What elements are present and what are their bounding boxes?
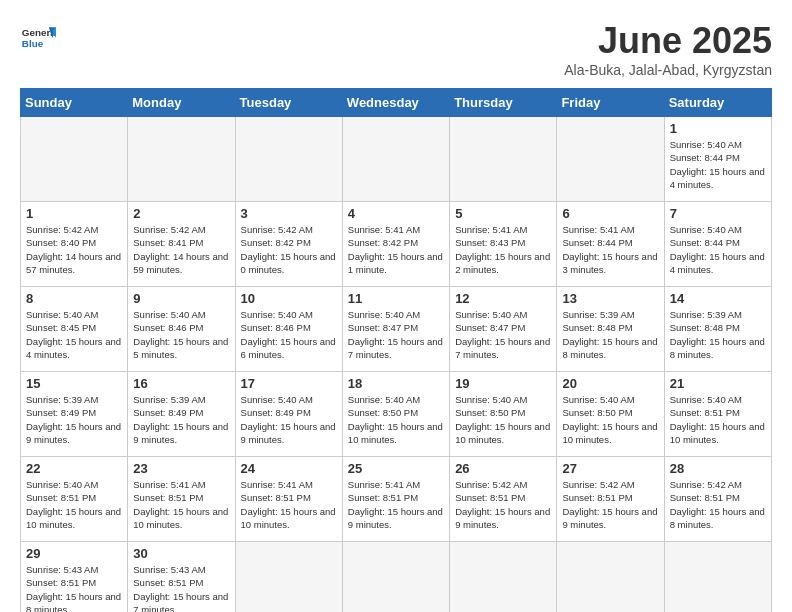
day-number: 12 xyxy=(455,291,551,306)
day-number: 27 xyxy=(562,461,658,476)
day-info: Sunrise: 5:40 AM Sunset: 8:50 PM Dayligh… xyxy=(348,393,444,446)
day-number: 26 xyxy=(455,461,551,476)
day-number: 29 xyxy=(26,546,122,561)
location-title: Ala-Buka, Jalal-Abad, Kyrgyzstan xyxy=(564,62,772,78)
calendar-cell xyxy=(450,117,557,202)
calendar-cell: 16Sunrise: 5:39 AM Sunset: 8:49 PM Dayli… xyxy=(128,372,235,457)
title-area: June 2025 Ala-Buka, Jalal-Abad, Kyrgyzst… xyxy=(564,20,772,78)
day-number: 4 xyxy=(348,206,444,221)
calendar-cell: 27Sunrise: 5:42 AM Sunset: 8:51 PM Dayli… xyxy=(557,457,664,542)
calendar-cell: 14Sunrise: 5:39 AM Sunset: 8:48 PM Dayli… xyxy=(664,287,771,372)
logo-icon: General Blue xyxy=(20,20,56,56)
calendar-cell: 13Sunrise: 5:39 AM Sunset: 8:48 PM Dayli… xyxy=(557,287,664,372)
logo: General Blue xyxy=(20,20,56,56)
day-number: 22 xyxy=(26,461,122,476)
day-info: Sunrise: 5:41 AM Sunset: 8:44 PM Dayligh… xyxy=(562,223,658,276)
day-header-tuesday: Tuesday xyxy=(235,89,342,117)
days-header-row: SundayMondayTuesdayWednesdayThursdayFrid… xyxy=(21,89,772,117)
calendar-cell: 11Sunrise: 5:40 AM Sunset: 8:47 PM Dayli… xyxy=(342,287,449,372)
calendar-cell xyxy=(557,542,664,613)
day-number: 8 xyxy=(26,291,122,306)
calendar-cell: 8Sunrise: 5:40 AM Sunset: 8:45 PM Daylig… xyxy=(21,287,128,372)
calendar-cell xyxy=(342,117,449,202)
day-number: 14 xyxy=(670,291,766,306)
day-number: 17 xyxy=(241,376,337,391)
calendar-cell xyxy=(557,117,664,202)
day-info: Sunrise: 5:42 AM Sunset: 8:41 PM Dayligh… xyxy=(133,223,229,276)
calendar-week-row: 15Sunrise: 5:39 AM Sunset: 8:49 PM Dayli… xyxy=(21,372,772,457)
calendar-cell: 15Sunrise: 5:39 AM Sunset: 8:49 PM Dayli… xyxy=(21,372,128,457)
day-number: 2 xyxy=(133,206,229,221)
day-header-sunday: Sunday xyxy=(21,89,128,117)
calendar-week-row: 22Sunrise: 5:40 AM Sunset: 8:51 PM Dayli… xyxy=(21,457,772,542)
day-number: 10 xyxy=(241,291,337,306)
calendar-cell: 5Sunrise: 5:41 AM Sunset: 8:43 PM Daylig… xyxy=(450,202,557,287)
calendar-cell: 25Sunrise: 5:41 AM Sunset: 8:51 PM Dayli… xyxy=(342,457,449,542)
calendar-cell: 30Sunrise: 5:43 AM Sunset: 8:51 PM Dayli… xyxy=(128,542,235,613)
calendar-cell: 18Sunrise: 5:40 AM Sunset: 8:50 PM Dayli… xyxy=(342,372,449,457)
day-number: 30 xyxy=(133,546,229,561)
day-info: Sunrise: 5:42 AM Sunset: 8:42 PM Dayligh… xyxy=(241,223,337,276)
calendar-cell xyxy=(235,117,342,202)
calendar-cell: 12Sunrise: 5:40 AM Sunset: 8:47 PM Dayli… xyxy=(450,287,557,372)
day-info: Sunrise: 5:42 AM Sunset: 8:40 PM Dayligh… xyxy=(26,223,122,276)
calendar-cell: 24Sunrise: 5:41 AM Sunset: 8:51 PM Dayli… xyxy=(235,457,342,542)
day-info: Sunrise: 5:43 AM Sunset: 8:51 PM Dayligh… xyxy=(26,563,122,612)
day-info: Sunrise: 5:40 AM Sunset: 8:51 PM Dayligh… xyxy=(26,478,122,531)
day-info: Sunrise: 5:39 AM Sunset: 8:49 PM Dayligh… xyxy=(26,393,122,446)
day-number: 23 xyxy=(133,461,229,476)
calendar-week-row: 8Sunrise: 5:40 AM Sunset: 8:45 PM Daylig… xyxy=(21,287,772,372)
day-info: Sunrise: 5:40 AM Sunset: 8:50 PM Dayligh… xyxy=(562,393,658,446)
day-header-friday: Friday xyxy=(557,89,664,117)
calendar-cell xyxy=(128,117,235,202)
day-info: Sunrise: 5:40 AM Sunset: 8:44 PM Dayligh… xyxy=(670,223,766,276)
day-number: 6 xyxy=(562,206,658,221)
day-number: 25 xyxy=(348,461,444,476)
header: General Blue June 2025 Ala-Buka, Jalal-A… xyxy=(20,20,772,78)
day-number: 3 xyxy=(241,206,337,221)
day-info: Sunrise: 5:41 AM Sunset: 8:43 PM Dayligh… xyxy=(455,223,551,276)
day-info: Sunrise: 5:40 AM Sunset: 8:47 PM Dayligh… xyxy=(348,308,444,361)
calendar-week-row: 1Sunrise: 5:40 AM Sunset: 8:44 PM Daylig… xyxy=(21,117,772,202)
calendar-cell: 17Sunrise: 5:40 AM Sunset: 8:49 PM Dayli… xyxy=(235,372,342,457)
day-number: 24 xyxy=(241,461,337,476)
calendar-cell: 1Sunrise: 5:40 AM Sunset: 8:44 PM Daylig… xyxy=(664,117,771,202)
day-header-wednesday: Wednesday xyxy=(342,89,449,117)
day-header-monday: Monday xyxy=(128,89,235,117)
day-number: 1 xyxy=(26,206,122,221)
calendar-cell: 9Sunrise: 5:40 AM Sunset: 8:46 PM Daylig… xyxy=(128,287,235,372)
calendar-cell: 22Sunrise: 5:40 AM Sunset: 8:51 PM Dayli… xyxy=(21,457,128,542)
day-info: Sunrise: 5:41 AM Sunset: 8:51 PM Dayligh… xyxy=(241,478,337,531)
day-info: Sunrise: 5:39 AM Sunset: 8:48 PM Dayligh… xyxy=(670,308,766,361)
calendar-cell: 29Sunrise: 5:43 AM Sunset: 8:51 PM Dayli… xyxy=(21,542,128,613)
calendar-week-row: 1Sunrise: 5:42 AM Sunset: 8:40 PM Daylig… xyxy=(21,202,772,287)
day-number: 20 xyxy=(562,376,658,391)
day-number: 13 xyxy=(562,291,658,306)
calendar-cell xyxy=(21,117,128,202)
day-info: Sunrise: 5:41 AM Sunset: 8:51 PM Dayligh… xyxy=(348,478,444,531)
calendar-cell: 19Sunrise: 5:40 AM Sunset: 8:50 PM Dayli… xyxy=(450,372,557,457)
day-number: 19 xyxy=(455,376,551,391)
day-info: Sunrise: 5:43 AM Sunset: 8:51 PM Dayligh… xyxy=(133,563,229,612)
day-info: Sunrise: 5:42 AM Sunset: 8:51 PM Dayligh… xyxy=(455,478,551,531)
calendar-cell xyxy=(450,542,557,613)
calendar-cell xyxy=(342,542,449,613)
day-number: 5 xyxy=(455,206,551,221)
calendar-cell: 7Sunrise: 5:40 AM Sunset: 8:44 PM Daylig… xyxy=(664,202,771,287)
day-number: 9 xyxy=(133,291,229,306)
day-number: 21 xyxy=(670,376,766,391)
day-number: 1 xyxy=(670,121,766,136)
day-info: Sunrise: 5:40 AM Sunset: 8:44 PM Dayligh… xyxy=(670,138,766,191)
day-number: 18 xyxy=(348,376,444,391)
day-number: 11 xyxy=(348,291,444,306)
calendar-cell: 26Sunrise: 5:42 AM Sunset: 8:51 PM Dayli… xyxy=(450,457,557,542)
day-info: Sunrise: 5:41 AM Sunset: 8:42 PM Dayligh… xyxy=(348,223,444,276)
day-info: Sunrise: 5:40 AM Sunset: 8:49 PM Dayligh… xyxy=(241,393,337,446)
calendar-cell: 10Sunrise: 5:40 AM Sunset: 8:46 PM Dayli… xyxy=(235,287,342,372)
day-header-thursday: Thursday xyxy=(450,89,557,117)
day-info: Sunrise: 5:42 AM Sunset: 8:51 PM Dayligh… xyxy=(670,478,766,531)
day-number: 7 xyxy=(670,206,766,221)
calendar-table: SundayMondayTuesdayWednesdayThursdayFrid… xyxy=(20,88,772,612)
day-info: Sunrise: 5:40 AM Sunset: 8:45 PM Dayligh… xyxy=(26,308,122,361)
day-info: Sunrise: 5:39 AM Sunset: 8:48 PM Dayligh… xyxy=(562,308,658,361)
